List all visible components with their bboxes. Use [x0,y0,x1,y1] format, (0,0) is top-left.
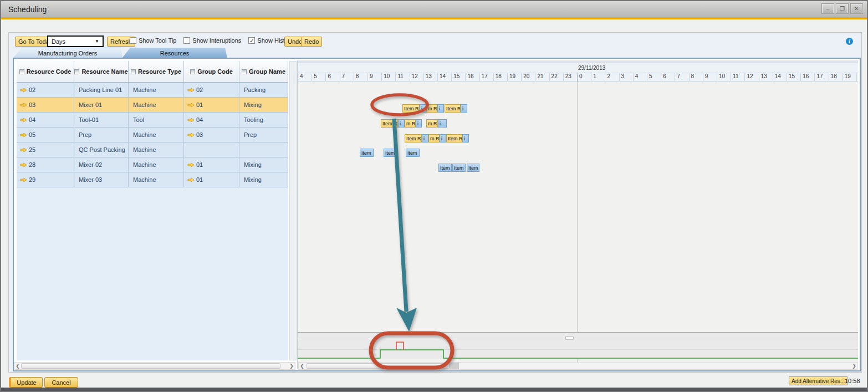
hour-label: 1 [591,73,605,82]
gantt-bar-segment[interactable]: Item [406,149,420,157]
gantt-bar-segment[interactable]: Item [384,149,397,157]
gantt-bar-segment[interactable]: Item [438,164,452,172]
column-header-resource-code[interactable]: Resource Code [17,61,74,82]
gantt-bar-segment[interactable]: Item [360,149,374,157]
link-arrow-icon[interactable] [187,118,195,123]
link-arrow-icon[interactable] [20,88,27,93]
table-row[interactable]: 03Mixer 01Machine01Mixing [17,98,288,113]
gantt-bar-segment[interactable]: Item Rec [402,104,420,113]
gantt-bar-segment[interactable]: i [398,119,405,128]
checkbox-label: Show Tool Tip [139,37,176,44]
close-icon[interactable]: ✕ [851,4,862,13]
hour-label: 22 [549,73,563,82]
cell-type: Machine [129,83,184,97]
column-header-group-code[interactable]: Group Code [184,61,239,82]
column-header-label: Resource Name [81,68,127,75]
hour-label: 8 [354,73,367,82]
gantt-scrollbar-thumb[interactable] [307,363,450,369]
capacity-splitter-handle[interactable] [565,336,574,340]
gantt-bar-segment[interactable]: Item [467,164,479,172]
day-separator-line [577,82,578,369]
gantt-bar-segment[interactable]: Item [452,164,466,172]
table-scrollbar-thumb[interactable] [21,363,280,369]
gantt-bar-segment[interactable]: m Rec [405,119,416,128]
table-row[interactable]: 02Packing Line 01Machine02Packing [17,83,288,98]
hour-label: 6 [661,73,675,82]
tab-manufacturing-orders[interactable]: Manufacturing Orders [13,48,122,58]
minimize-icon[interactable]: – [822,4,834,13]
column-header-label: Resource Code [27,68,72,75]
scroll-left-icon[interactable]: ❮ [14,363,21,369]
scroll-right-icon[interactable]: ❯ [288,363,295,369]
table-row[interactable]: 25QC Post PackingMachine [17,142,288,157]
column-header-group-name[interactable]: Group Name [239,61,288,82]
checkbox-unchecked-icon[interactable] [183,37,190,44]
gantt-bar-segment[interactable]: i [461,104,467,113]
gantt-bar-segment[interactable]: i [422,134,428,142]
redo-button[interactable]: Redo [301,37,322,47]
cell-text: Machine [133,146,156,153]
restore-icon[interactable]: ❐ [836,4,848,13]
column-header-resource-type[interactable]: Resource Type [129,61,184,82]
cancel-button[interactable]: Cancel [44,377,78,388]
link-arrow-icon[interactable] [20,177,27,182]
update-button[interactable]: Update [9,377,43,388]
info-icon[interactable]: i [846,38,853,45]
column-header-label: Group Code [197,68,233,75]
cell-text: 04 [196,116,203,123]
checkbox-checked-icon[interactable]: ✓ [248,37,255,44]
table-horizontal-scrollbar[interactable]: ❮ ❯ [14,362,295,370]
cell-code: 29 [17,172,74,187]
cell-text: Mixer 03 [79,176,102,183]
filter-icon [19,69,24,74]
table-row[interactable]: 29Mixer 03Machine01Mixing [17,172,288,187]
link-arrow-icon[interactable] [187,177,195,182]
link-arrow-icon[interactable] [20,118,27,123]
table-row[interactable]: 04Tool-01Tool04Tooling [17,113,288,128]
link-arrow-icon[interactable] [20,147,27,152]
gantt-bar-segment[interactable]: m Rec [428,134,440,142]
scroll-left-icon[interactable]: ❮ [299,363,305,369]
gantt-bar-segment[interactable]: i [440,134,446,142]
cell-text: Mixer 01 [79,101,102,108]
gantt-bar-segment[interactable]: i [438,119,447,128]
table-row[interactable]: 28Mixer 02Machine01Mixing [17,157,288,172]
gantt-horizontal-scrollbar[interactable]: ❮ ❯ [298,362,858,370]
gantt-bar-segment[interactable]: i [416,119,422,128]
cell-text: Tool [133,116,144,123]
interval-select[interactable]: Days ▼ [47,35,104,47]
link-arrow-icon[interactable] [20,103,27,108]
hour-label: 23 [563,73,577,82]
content-panel: Resource CodeResource NameResource TypeG… [13,58,861,371]
gantt-bar-segment[interactable]: i [437,104,444,113]
cell-name: Mixer 02 [74,157,129,172]
checkbox-unchecked-icon[interactable] [130,37,136,44]
gantt-bar-segment[interactable]: i [420,104,426,113]
link-arrow-icon[interactable] [187,133,195,138]
table-vertical-scrollbar[interactable] [289,61,297,360]
link-arrow-icon[interactable] [187,88,195,93]
cell-gcode: 04 [184,113,239,127]
gantt-bar-segment[interactable]: Item Rec [445,104,461,113]
cell-code: 05 [17,128,74,142]
link-arrow-icon[interactable] [20,162,27,167]
gantt-bar-segment[interactable]: Item Rec [381,119,398,128]
hour-label: 4 [633,73,647,82]
scroll-right-icon[interactable]: ❯ [851,363,857,369]
column-header-resource-name[interactable]: Resource Name [74,61,129,82]
cell-text: Packing Line 01 [79,86,122,93]
gantt-bar-segment[interactable]: m Rec [426,119,438,128]
add-alternative-resource-button[interactable]: Add Alternative Res... [789,376,847,385]
gantt-bar-segment[interactable]: Item Rec [405,134,422,142]
link-arrow-icon[interactable] [20,133,27,138]
gantt-bar-segment[interactable]: i [462,134,469,142]
link-arrow-icon[interactable] [187,103,195,108]
cell-type: Machine [129,128,184,142]
gantt-bar-segment[interactable]: Item Rec [446,134,462,142]
gantt-chart-area: Item Recim ReciItem ReciItem Recim Recim… [298,82,858,332]
tab-resources[interactable]: Resources [122,48,227,58]
link-arrow-icon[interactable] [187,162,195,167]
gantt-bar-segment[interactable]: m Rec [426,104,437,113]
table-row[interactable]: 05PrepMachine03Prep [17,128,288,142]
gantt-scrollbar-thumb-cap[interactable] [450,363,459,369]
